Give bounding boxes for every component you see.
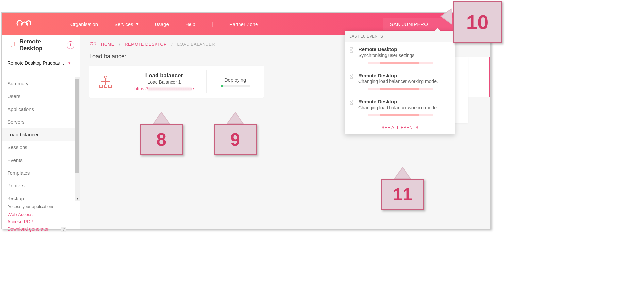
accent-bar [489, 57, 490, 97]
progress-bar [221, 85, 250, 87]
top-nav: Organisation Services▾ Usage Help | Part… [70, 21, 258, 27]
chevron-down-icon: ▼ [68, 61, 71, 65]
access-link-download-label: Download generator [8, 226, 49, 232]
nav-partner-zone[interactable]: Partner Zone [229, 21, 258, 27]
card-icon [89, 75, 122, 89]
annotation-10-label: 10 [453, 1, 502, 43]
access-link-web[interactable]: Web Access [8, 211, 74, 218]
access-applications-block: Access your applications Web Access Acce… [2, 201, 80, 233]
svg-point-1 [104, 76, 107, 78]
sidebar-section-title: Remote Desktop + [2, 35, 80, 55]
svg-rect-4 [109, 85, 111, 88]
add-button[interactable]: + [67, 41, 74, 49]
access-link-rdp[interactable]: Acceso RDP [8, 218, 74, 225]
events-popover: LAST 10 EVENTS Remote DesktopSynchronisi… [345, 31, 455, 134]
hourglass-icon [349, 47, 354, 64]
nav-organisation[interactable]: Organisation [70, 21, 98, 27]
card-url-suffix: e [191, 86, 194, 91]
event-title: Remote Desktop [358, 73, 438, 78]
events-heading: LAST 10 EVENTS [345, 31, 455, 42]
event-title: Remote Desktop [358, 46, 433, 52]
event-progress [368, 114, 433, 116]
organisation-selected: SAN JUNIPERO [390, 21, 428, 27]
sidebar-item-summary[interactable]: Summary [2, 77, 80, 90]
access-link-download[interactable]: Download generator? [8, 225, 74, 233]
event-title: Remote Desktop [358, 99, 438, 104]
event-item[interactable]: Remote DesktopChanging load balancer wor… [345, 94, 455, 120]
event-progress [368, 88, 433, 90]
logo-icon [15, 19, 31, 29]
scrollbar[interactable]: ▲ ▼ [75, 77, 80, 201]
nav-separator: | [212, 21, 213, 27]
svg-rect-0 [8, 42, 15, 46]
nav-help[interactable]: Help [185, 21, 195, 27]
card-url-masked: xxxxxxxxxxxxxxxxxxx [148, 86, 191, 91]
nav-usage[interactable]: Usage [155, 21, 169, 27]
sidebar-menu: SummaryUsersApplicationsServersLoad bala… [2, 77, 80, 205]
divider [6, 71, 76, 71]
see-all-events-link[interactable]: SEE ALL EVENTS [345, 120, 455, 134]
crumb-separator: / [171, 42, 173, 47]
sidebar-item-load-balancer[interactable]: Load balancer [2, 128, 80, 141]
event-item[interactable]: Remote DesktopChanging load balancer wor… [345, 68, 455, 94]
sidebar-title-text: Remote Desktop [19, 38, 63, 52]
load-balancer-card[interactable]: Load balancer Load Balancer 1 https://xx… [89, 66, 264, 98]
event-desc: Changing load balancer working mode. [358, 105, 438, 110]
nav-services[interactable]: Services▾ [114, 21, 139, 27]
help-icon[interactable]: ? [61, 227, 66, 232]
sidebar: Remote Desktop + Remote Desktop Pruebas … [2, 35, 80, 229]
sidebar-subtitle-text: Remote Desktop Pruebas … [8, 60, 66, 66]
svg-rect-2 [100, 85, 102, 88]
card-subtitle: Load Balancer 1 [122, 79, 206, 85]
sidebar-item-events[interactable]: Events [2, 154, 80, 166]
sidebar-item-users[interactable]: Users [2, 90, 80, 103]
event-item[interactable]: Remote DesktopSynchronising user setting… [345, 42, 455, 68]
hourglass-icon [349, 73, 354, 90]
home-icon[interactable] [89, 42, 96, 47]
event-progress [368, 62, 433, 64]
event-desc: Changing load balancer working mode. [358, 79, 438, 84]
access-heading: Access your applications [8, 204, 74, 209]
event-desc: Synchronising user settings [358, 53, 433, 58]
card-status: Deploying [207, 77, 264, 83]
card-url[interactable]: https://xxxxxxxxxxxxxxxxxxxe [122, 86, 206, 91]
sidebar-item-printers[interactable]: Printers [2, 179, 80, 192]
crumb-separator: / [119, 42, 120, 47]
annotation-9-label: 9 [214, 124, 257, 155]
popover-arrow [435, 28, 440, 31]
sidebar-item-sessions[interactable]: Sessions [2, 141, 80, 154]
sidebar-item-backup[interactable]: Backup [2, 192, 80, 205]
scroll-down-arrow[interactable]: ▼ [75, 196, 80, 201]
crumb-current: LOAD BALANCER [177, 42, 215, 47]
remote-desktop-icon [8, 41, 15, 49]
sidebar-item-templates[interactable]: Templates [2, 166, 80, 179]
sidebar-item-servers[interactable]: Servers [2, 115, 80, 128]
scroll-thumb[interactable] [75, 79, 79, 173]
card-title: Load balancer [122, 72, 206, 79]
hourglass-icon [349, 99, 354, 116]
annotation-8-label: 8 [140, 124, 183, 155]
svg-rect-3 [104, 85, 107, 88]
annotation-8: 8 [140, 112, 183, 155]
sidebar-subtitle[interactable]: Remote Desktop Pruebas … ▼ [2, 55, 80, 69]
annotation-10: 10 [453, 1, 502, 43]
card-url-prefix: https:// [134, 86, 148, 91]
crumb-section[interactable]: REMOTE DESKTOP [125, 42, 167, 47]
nav-services-label: Services [114, 21, 133, 27]
annotation-11-label: 11 [381, 179, 424, 210]
chevron-down-icon: ▾ [136, 21, 139, 27]
sidebar-item-applications[interactable]: Applications [2, 103, 80, 115]
annotation-11: 11 [381, 167, 424, 210]
annotation-9: 9 [214, 112, 257, 155]
crumb-home[interactable]: HOME [101, 42, 114, 47]
